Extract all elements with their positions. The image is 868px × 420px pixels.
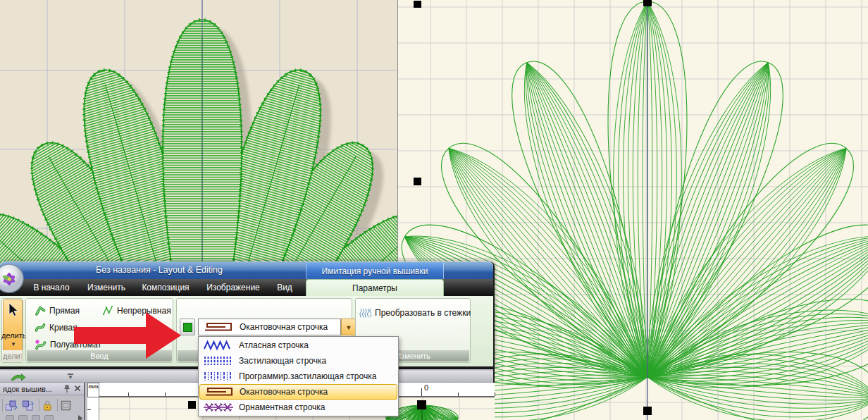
tab-parameters-active[interactable]: Параметры — [306, 279, 444, 296]
dropdown-item-satin[interactable]: Атласная строчка — [199, 338, 397, 353]
dropdown-item-ornament[interactable]: Орнаментная строчка — [199, 400, 397, 415]
hoop-frame-icon[interactable] — [60, 400, 72, 412]
dropdown-item-label: Орнаментная строчка — [239, 402, 326, 412]
select-tool-button[interactable]: делить ▼ — [3, 299, 23, 351]
straight-line-label: Прямая — [49, 306, 80, 316]
dropdown-item-label: Окантовочная строчка — [240, 387, 328, 397]
stitch-type-combobox[interactable]: Окантовочная строчка — [198, 319, 341, 335]
convert-to-stitches-button[interactable]: Преобразовать в стежки — [359, 306, 471, 320]
dropdown-item-programmable-fill[interactable]: Программир.застилающая строчка — [199, 369, 397, 384]
toolbar-options-icon[interactable]: ▼ — [66, 373, 75, 381]
tab-composition[interactable]: Композиция — [135, 279, 196, 296]
order-forward-icon[interactable] — [22, 400, 35, 412]
contextual-tab-group: Имитация ручной вышивки — [306, 263, 444, 280]
cursor-arrow-icon — [8, 303, 18, 317]
dropdown-item-label: Программир.застилающая строчка — [239, 371, 376, 381]
app-logo-icon[interactable] — [0, 263, 25, 294]
redo-arrow-icon[interactable] — [10, 372, 27, 382]
panel-toolbar-row2 — [0, 415, 84, 420]
tab-image[interactable]: Изображение — [200, 279, 266, 296]
panel-header: ядок вышив... — [0, 383, 84, 395]
close-icon[interactable] — [73, 385, 82, 393]
screenshot-root: Без названия - Layout & Editing Имитация… — [0, 0, 868, 420]
tab-edit[interactable]: Изменить — [82, 279, 131, 296]
panel-toolbar — [0, 396, 84, 414]
dropdown-item-fill[interactable]: Застилающая строчка — [199, 353, 397, 369]
outline-stitch-icon — [204, 386, 235, 397]
continuous-label: Непрерывная — [117, 306, 171, 316]
curve-label: Кривая — [49, 323, 78, 333]
curve-icon — [35, 322, 46, 333]
dropdown-item-label: Атласная строчка — [239, 340, 309, 350]
pointer-stub-icon — [78, 415, 84, 420]
straight-line-button[interactable]: Прямая — [35, 304, 80, 318]
satin-stitch-icon — [203, 340, 234, 351]
window-titlebar: Без названия - Layout & Editing Имитация… — [0, 261, 493, 279]
dropdown-item-outline-selected[interactable]: Окантовочная строчка — [199, 384, 397, 400]
vertical-ruler — [87, 397, 99, 420]
ruler-zero-label: 0 — [424, 383, 428, 392]
straight-line-icon — [35, 305, 46, 316]
dropdown-item-label: Застилающая строчка — [239, 356, 326, 366]
group-caption-select: делить — [3, 350, 22, 362]
programmable-fill-stitch-icon — [203, 371, 234, 382]
chevron-down-icon: ▼ — [4, 342, 23, 347]
combobox-dropdown-button[interactable]: ▼ — [341, 319, 356, 335]
thread-color-swatch[interactable] — [180, 319, 195, 335]
stitches-icon — [359, 307, 371, 319]
ribbon-group-select: делить ▼ делить — [1, 298, 23, 363]
sewing-order-panel: ядок вышив... — [0, 383, 85, 420]
curve-button[interactable]: Кривая — [35, 321, 78, 335]
tab-home[interactable]: В начало — [25, 279, 78, 296]
order-backward-icon[interactable] — [5, 400, 18, 412]
thread-color-chip — [183, 323, 192, 332]
convert-to-stitches-label: Преобразовать в стежки — [375, 308, 471, 318]
panel-title: ядок вышив... — [3, 385, 52, 393]
stitch-type-dropdown: Атласная строчка Застилающая строчка — [198, 336, 399, 416]
continuous-button[interactable]: Непрерывная — [102, 304, 171, 318]
ornament-stitch-icon — [203, 402, 234, 413]
select-button-label: делить — [1, 331, 25, 340]
tab-view[interactable]: Вид — [271, 279, 299, 296]
outline-stitch-icon — [203, 321, 234, 333]
continuous-icon — [102, 305, 113, 316]
pin-icon[interactable] — [63, 385, 71, 393]
ruler-unit-box: mm — [87, 383, 99, 397]
semi-auto-icon — [35, 339, 46, 351]
window-title: Без названия - Layout & Editing — [68, 265, 251, 275]
fill-stitch-icon — [203, 355, 234, 366]
lock-icon[interactable] — [42, 400, 53, 412]
stitch-type-value: Окантовочная строчка — [240, 322, 328, 332]
